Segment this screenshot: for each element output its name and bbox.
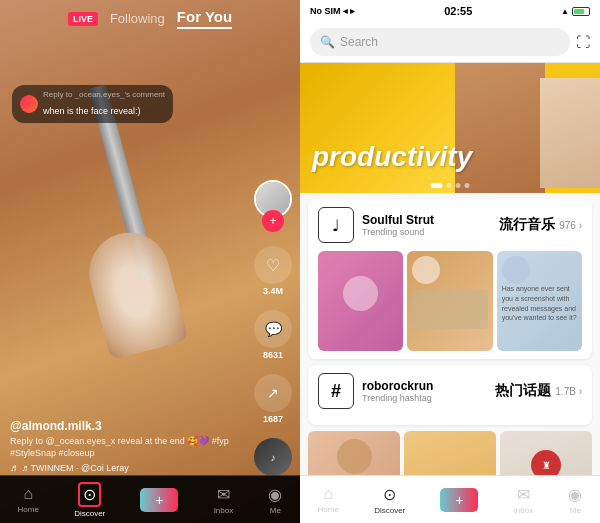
music-note-icon: ♩ bbox=[332, 216, 340, 235]
discover-icon: ⊙ bbox=[83, 486, 96, 503]
nav-inbox[interactable]: ✉ Inbox bbox=[214, 485, 234, 515]
hero-banner[interactable]: productivity bbox=[300, 63, 600, 193]
r-inbox-label: Inbox bbox=[514, 506, 534, 515]
trending-hashtag-title: roborockrun bbox=[362, 379, 433, 393]
nav-me[interactable]: ◉ Me bbox=[268, 485, 282, 515]
battery-icon bbox=[572, 7, 590, 16]
r-plus-icon: + bbox=[455, 492, 463, 508]
trending-hashtag-right: 热门话题 1.7B › bbox=[495, 382, 582, 400]
thumb-video-3[interactable]: Has anyone ever sent you a screenshot wi… bbox=[497, 251, 582, 351]
trending-hashtag-left: # roborockrun Trending hashtag bbox=[318, 373, 433, 409]
search-icon: 🔍 bbox=[320, 35, 335, 49]
bottom-thumb-3[interactable]: ♜ bbox=[500, 431, 592, 475]
trending-sound-left: ♩ Soulful Strut Trending sound bbox=[318, 207, 434, 243]
music-note-icon: ♬ bbox=[10, 462, 18, 473]
r-discover-icon: ⊙ bbox=[383, 485, 396, 504]
trending-hashtag-count: 1.7B › bbox=[555, 386, 582, 397]
comment-bubble: Reply to _ocean.eyes_'s comment when is … bbox=[12, 85, 173, 123]
plus-icon: + bbox=[155, 492, 163, 508]
music-text: ♬ TWINNEM · @Coi Leray bbox=[22, 463, 129, 473]
plus-button[interactable]: + bbox=[140, 488, 178, 512]
nav-home[interactable]: ⌂ Home bbox=[18, 485, 39, 514]
me-label: Me bbox=[270, 506, 281, 515]
right-panel: No SIM ◂ ▸ 02:55 ▲ 🔍 Search ⛶ prod bbox=[300, 0, 600, 523]
hero-bg-left bbox=[300, 63, 465, 193]
r-me-label: Me bbox=[570, 506, 581, 515]
music-icon-box: ♩ bbox=[318, 207, 354, 243]
trending-sound-thumbs: Has anyone ever sent you a screenshot wi… bbox=[318, 251, 582, 351]
r-nav-inbox[interactable]: ✉ Inbox bbox=[514, 485, 534, 515]
nav-plus[interactable]: + bbox=[140, 488, 178, 512]
share-count: 1687 bbox=[263, 414, 283, 424]
discover-box: ⊙ bbox=[78, 482, 101, 507]
trending-hashtag-info: roborockrun Trending hashtag bbox=[362, 379, 433, 403]
r-home-icon: ⌂ bbox=[323, 485, 333, 503]
like-count: 3.4M bbox=[263, 286, 283, 296]
right-action-icons: + ♡ 3.4M 💬 8631 ↗ 1687 ♪ bbox=[254, 180, 292, 476]
share-button[interactable]: ↗ bbox=[254, 374, 292, 412]
video-info: @almond.milk.3 Reply to @_ocean.eyes_x r… bbox=[10, 419, 245, 473]
left-panel: LIVE Following For You Reply to _ocean.e… bbox=[0, 0, 300, 523]
hero-thumb-1 bbox=[455, 63, 545, 193]
r-me-icon: ◉ bbox=[568, 485, 582, 504]
search-input[interactable]: Search bbox=[340, 35, 378, 49]
clock: 02:55 bbox=[444, 5, 472, 17]
trending-hashtag-subtitle: Trending hashtag bbox=[362, 393, 433, 403]
left-bottom-nav: ⌂ Home ⊙ Discover + ✉ Inbox ◉ Me bbox=[0, 475, 300, 523]
commenter-avatar bbox=[20, 95, 38, 113]
bottom-thumb-row: Prize Win-a... ♜ bbox=[300, 431, 600, 475]
trending-sound-count: 976 › bbox=[559, 220, 582, 231]
bottom-thumb-1[interactable] bbox=[308, 431, 400, 475]
trending-sound-section[interactable]: ♩ Soulful Strut Trending sound 流行音乐 976 … bbox=[308, 199, 592, 359]
comment-button[interactable]: 💬 bbox=[254, 310, 292, 348]
reply-text: Reply to @_ocean.eyes_x reveal at the en… bbox=[10, 435, 245, 460]
trending-sound-right: 流行音乐 976 › bbox=[499, 216, 582, 234]
r-nav-me[interactable]: ◉ Me bbox=[568, 485, 582, 515]
r-discover-label: Discover bbox=[374, 506, 405, 515]
dot-4 bbox=[465, 183, 470, 188]
inbox-icon: ✉ bbox=[217, 485, 230, 504]
bottom-thumb-2[interactable]: Prize Win-a... bbox=[404, 431, 496, 475]
nav-discover[interactable]: ⊙ Discover bbox=[74, 482, 105, 518]
for-you-button[interactable]: For You bbox=[177, 8, 232, 29]
status-bar: No SIM ◂ ▸ 02:55 ▲ bbox=[300, 0, 600, 22]
creator-username[interactable]: @almond.milk.3 bbox=[10, 419, 245, 433]
comment-reply-label: Reply to _ocean.eyes_'s comment bbox=[43, 90, 165, 99]
following-button[interactable]: Following bbox=[110, 11, 165, 26]
trending-hashtag-header: # roborockrun Trending hashtag 热门话题 1.7B… bbox=[318, 373, 582, 409]
hero-dots bbox=[431, 183, 470, 188]
inbox-label: Inbox bbox=[214, 506, 234, 515]
dot-2 bbox=[447, 183, 452, 188]
right-scroll-content[interactable]: productivity ♩ Soulful Strut Trending so… bbox=[300, 63, 600, 475]
hashtag-symbol: # bbox=[331, 381, 341, 402]
r-nav-home[interactable]: ⌂ Home bbox=[318, 485, 339, 514]
brush-visual bbox=[50, 80, 250, 380]
me-icon: ◉ bbox=[268, 485, 282, 504]
dot-1 bbox=[431, 183, 443, 188]
thumb-video-1[interactable] bbox=[318, 251, 403, 351]
r-plus-button[interactable]: + bbox=[440, 488, 478, 512]
left-top-bar: LIVE Following For You bbox=[0, 0, 300, 37]
trending-hashtag-section[interactable]: # roborockrun Trending hashtag 热门话题 1.7B… bbox=[308, 365, 592, 425]
music-disc[interactable]: ♪ bbox=[254, 438, 292, 476]
r-home-label: Home bbox=[318, 505, 339, 514]
r-nav-plus[interactable]: + bbox=[440, 488, 478, 512]
search-input-box[interactable]: 🔍 Search bbox=[310, 28, 570, 56]
expand-icon[interactable]: ⛶ bbox=[576, 34, 590, 50]
battery-fill bbox=[574, 9, 584, 14]
right-bottom-nav: ⌂ Home ⊙ Discover + ✉ Inbox ◉ Me bbox=[300, 475, 600, 523]
follow-button[interactable]: + bbox=[262, 210, 284, 232]
thumb-video-2[interactable] bbox=[407, 251, 492, 351]
r-inbox-icon: ✉ bbox=[517, 485, 530, 504]
music-info: ♬ ♬ TWINNEM · @Coi Leray bbox=[10, 462, 245, 473]
home-icon: ⌂ bbox=[23, 485, 33, 503]
comment-content: Reply to _ocean.eyes_'s comment when is … bbox=[43, 90, 165, 118]
r-nav-discover[interactable]: ⊙ Discover bbox=[374, 485, 405, 515]
comment-text: when is the face reveal:) bbox=[43, 106, 141, 116]
home-label: Home bbox=[18, 505, 39, 514]
trending-sound-info: Soulful Strut Trending sound bbox=[362, 213, 434, 237]
trending-sound-subtitle: Trending sound bbox=[362, 227, 434, 237]
hero-text: productivity bbox=[312, 141, 472, 173]
like-button[interactable]: ♡ bbox=[254, 246, 292, 284]
battery-area: ▲ bbox=[561, 7, 590, 16]
